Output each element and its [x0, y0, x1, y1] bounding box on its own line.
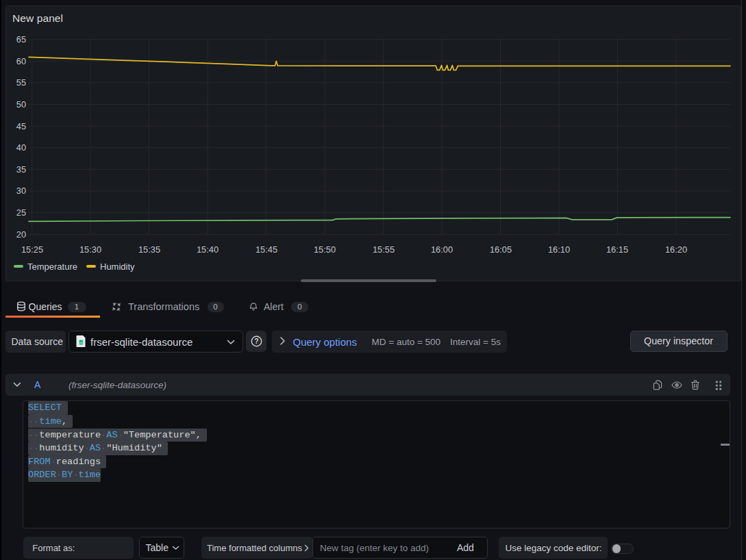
svg-text:?: ?: [254, 337, 258, 345]
